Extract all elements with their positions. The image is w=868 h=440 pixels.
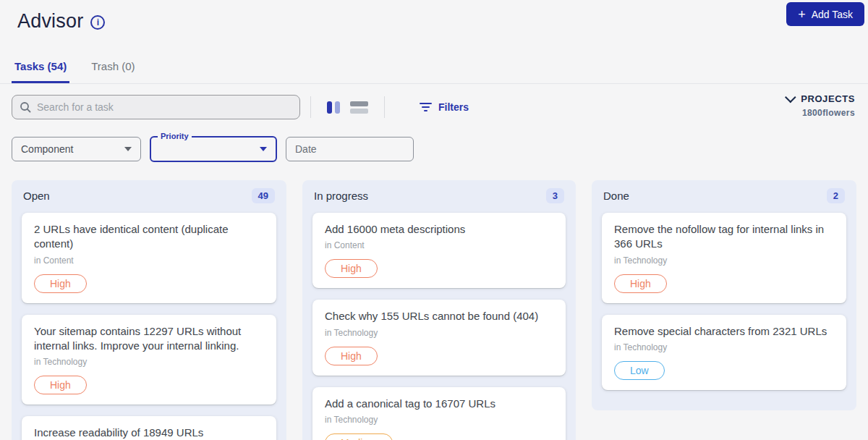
task-card[interactable]: Remove the nofollow tag for internal lin… [602,213,846,303]
project-name: 1800flowers [787,108,855,118]
filter-lines-icon [420,103,432,111]
info-icon[interactable]: i [90,15,105,30]
search-icon [20,101,31,113]
task-card[interactable]: Add 16000 meta descriptionsin ContentHig… [312,213,566,288]
column-done: Done2Remove the nofollow tag for interna… [592,180,856,410]
column-open: Open492 URLs have identical content (dup… [12,180,286,440]
task-card[interactable]: Check why 155 URLs cannot be found (404)… [312,300,566,375]
tab-trash[interactable]: Trash (0) [88,53,137,83]
column-name: In progress [314,190,368,202]
priority-badge: Medium [325,433,393,440]
task-title: Your sitemap contains 12297 URLs without… [34,324,264,354]
task-title: Check why 155 URLs cannot be found (404) [325,309,553,323]
task-card[interactable]: Your sitemap contains 12297 URLs without… [22,315,276,405]
column-header: Open49 [12,180,286,210]
task-category: in Technology [325,415,553,425]
column-count-badge: 3 [546,188,564,203]
column-name: Open [23,190,50,202]
task-card[interactable]: Add a canonical tag to 16707 URLsin Tech… [312,387,566,440]
priority-badge: High [325,259,378,278]
priority-badge: High [34,376,87,394]
task-category: in Content [325,240,553,250]
task-card[interactable]: Remove special characters from 2321 URLs… [602,315,846,390]
toolbar: Filters PROJECTS 1800flowers [0,84,868,119]
filter-bar: Component Priority Date [0,119,868,162]
task-card[interactable]: 2 URLs have identical content (duplicate… [22,213,276,303]
priority-select[interactable]: Priority [150,136,277,162]
task-category: in Technology [614,342,834,352]
task-category: in Technology [34,357,264,367]
caret-down-icon [124,147,132,151]
task-category: in Content [34,255,264,266]
tab-tasks[interactable]: Tasks (54) [12,53,69,83]
date-input-label: Date [295,143,317,155]
plus-icon: + [798,8,806,21]
priority-badge: Low [614,361,665,380]
priority-badge: High [34,274,87,293]
tab-bar: Tasks (54) Trash (0) [0,53,868,84]
page-header: Advisor i [0,0,868,33]
filters-label: Filters [438,101,469,113]
column-in-progress: In progress3Add 16000 meta descriptionsi… [302,180,576,440]
priority-select-label: Priority [158,132,192,140]
projects-area: PROJECTS 1800flowers [787,93,855,118]
task-title: Add a canonical tag to 16707 URLs [325,397,553,411]
task-title: Remove special characters from 2321 URLs [614,324,834,339]
projects-toggle[interactable]: PROJECTS [787,93,855,104]
column-header: Done2 [592,180,856,210]
task-title: Increase readability of 18949 URLs [34,426,264,440]
view-toggle [321,101,374,114]
column-count-badge: 49 [252,188,275,203]
caret-down-icon [260,147,267,151]
search-box[interactable] [12,95,300,119]
task-category: in Technology [325,328,553,338]
column-header: In progress3 [302,180,576,210]
projects-label: PROJECTS [801,93,855,104]
add-task-label: Add Task [812,9,853,20]
add-task-button[interactable]: + Add Task [786,2,864,26]
search-input[interactable] [37,101,292,113]
date-input[interactable]: Date [286,137,414,161]
page-title-text: Advisor [17,10,83,33]
column-count-badge: 2 [827,188,845,203]
task-title: Add 16000 meta descriptions [325,222,553,237]
priority-badge: High [325,347,378,365]
task-title: Remove the nofollow tag for internal lin… [614,222,834,252]
component-select-label: Component [21,143,73,155]
column-name: Done [603,190,629,202]
divider [384,96,385,118]
board: Open492 URLs have identical content (dup… [0,162,868,440]
task-card[interactable]: Increase readability of 18949 URLsin Con… [22,416,276,440]
divider [310,96,311,118]
task-category: in Technology [614,255,834,266]
list-view-icon[interactable] [350,101,368,114]
component-select[interactable]: Component [12,137,141,161]
page-title: Advisor i [17,10,105,33]
task-title: 2 URLs have identical content (duplicate… [34,222,264,252]
priority-badge: High [614,274,667,293]
chevron-down-icon [785,92,796,103]
kanban-view-icon[interactable] [327,101,340,114]
filters-button[interactable]: Filters [412,97,476,117]
